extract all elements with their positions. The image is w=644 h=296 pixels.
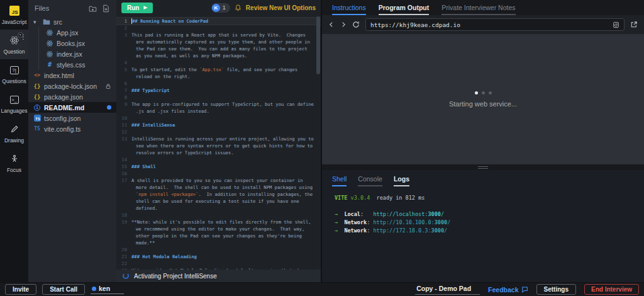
code-line: 8 bbox=[116, 94, 321, 101]
sidebar-item-label: JavaScript bbox=[2, 19, 27, 25]
code-line: 16 bbox=[116, 170, 321, 177]
code-line: 21### Hot Module Reloading bbox=[116, 253, 321, 260]
line-number: 11 bbox=[116, 122, 131, 128]
code-line: 12 bbox=[116, 128, 321, 135]
sidebar-item-languages[interactable]: >_Languages bbox=[0, 89, 28, 118]
files-header: Files bbox=[28, 0, 116, 16]
atom-icon: ? bbox=[9, 35, 20, 46]
invite-button[interactable]: Invite bbox=[5, 284, 36, 295]
line-number: 10 bbox=[116, 115, 131, 122]
sidebar-item-drawing[interactable]: Drawing bbox=[0, 118, 28, 148]
file-name: package.json bbox=[44, 93, 83, 101]
editor-toolbar: Run ▶ K 1 Review New UI Options bbox=[116, 0, 321, 15]
end-interview-button[interactable]: End Interview bbox=[584, 284, 639, 295]
left-icon-rail: JSJavaScript?⋮Question?|Questions>_Langu… bbox=[0, 0, 28, 282]
file-tree-item-src[interactable]: ▾src bbox=[28, 16, 116, 27]
file-tree-item-package-lock-json[interactable]: {}package-lock.json bbox=[28, 81, 116, 91]
line-number: 6 bbox=[116, 80, 131, 87]
bell-icon[interactable] bbox=[235, 4, 242, 11]
chat-bubble-icon bbox=[521, 286, 528, 293]
loading-text: Starting web service... bbox=[449, 100, 517, 108]
file-tree-item-index-jsx[interactable]: index.jsx bbox=[28, 48, 116, 59]
code-line: 1## Running React on CoderPad bbox=[116, 18, 321, 25]
log-line: → Network: http://10.10.100.0:3000/ bbox=[335, 219, 644, 227]
pad-title-field[interactable]: Copy - Demo Pad bbox=[415, 284, 480, 295]
kebab-menu-icon[interactable]: ⋮ bbox=[20, 34, 26, 40]
file-tree-item-styles-css[interactable]: #styles.css bbox=[28, 59, 116, 70]
react-file-icon bbox=[46, 29, 53, 37]
line-number: 9 bbox=[116, 101, 131, 115]
tab-program-output[interactable]: Program Output bbox=[379, 4, 430, 15]
reload-icon[interactable] bbox=[352, 21, 360, 28]
line-number: 5 bbox=[116, 66, 131, 80]
line-number: 15 bbox=[116, 163, 131, 170]
sidebar-item-label: Question bbox=[3, 48, 25, 55]
forward-icon[interactable] bbox=[340, 21, 347, 28]
javascript-icon: JS bbox=[9, 5, 20, 16]
file-tree-item-app-jsx[interactable]: App.jsx bbox=[28, 27, 116, 38]
user-name-field[interactable]: ken bbox=[91, 285, 124, 294]
line-number: 22 bbox=[116, 260, 131, 267]
browser-viewport: Starting web service... bbox=[322, 34, 644, 164]
line-number: 18 bbox=[116, 212, 131, 219]
file-tree-item-readme-md[interactable]: iREADME.md bbox=[28, 102, 116, 113]
presence-badge[interactable]: K 1 bbox=[211, 3, 230, 13]
tsb-file-icon: TS bbox=[33, 115, 41, 122]
file-tree-item-vite-config-ts[interactable]: TSvite.config.ts bbox=[28, 123, 116, 134]
sidebar-item-label: Questions bbox=[2, 78, 26, 84]
console-tab-bar: Shell Console Logs bbox=[322, 170, 644, 186]
tab-logs[interactable]: Logs bbox=[394, 175, 409, 186]
back-icon[interactable] bbox=[328, 21, 335, 28]
chevron-down-icon[interactable]: ▾ bbox=[33, 19, 40, 25]
tab-console[interactable]: Console bbox=[358, 175, 382, 186]
output-tab-bar: Instructions Program Output Private Inte… bbox=[322, 0, 644, 15]
loading-spinner-icon bbox=[123, 273, 129, 279]
code-line: 15### Shell bbox=[116, 163, 321, 170]
sidebar-item-javascript[interactable]: JSJavaScript bbox=[0, 0, 28, 30]
line-number: 12 bbox=[116, 128, 131, 135]
devtools-icon[interactable] bbox=[613, 21, 619, 28]
sidebar-item-question[interactable]: ?⋮Question bbox=[0, 30, 28, 59]
line-number: 14 bbox=[116, 156, 131, 163]
tab-shell[interactable]: Shell bbox=[332, 175, 347, 186]
editor-status-bar: Activating Project IntelliSense bbox=[116, 270, 321, 282]
file-tree-item-tsconfig-json[interactable]: TStsconfig.json bbox=[28, 113, 116, 123]
loading-dots bbox=[475, 91, 492, 94]
console-resize-handle[interactable] bbox=[322, 164, 644, 170]
sidebar-item-questions[interactable]: ?|Questions bbox=[0, 59, 28, 89]
url-input[interactable]: https://khj9keae.cdpad.io bbox=[365, 18, 625, 31]
settings-button[interactable]: Settings bbox=[536, 284, 576, 295]
file-name: App.jsx bbox=[57, 29, 78, 37]
review-new-ui-options-link[interactable]: Review New UI Options bbox=[246, 4, 316, 11]
file-tree-item-books-jsx[interactable]: Books.jsx bbox=[28, 38, 116, 48]
code-line: 2 bbox=[116, 25, 321, 31]
code-editor[interactable]: 1## Running React on CoderPad23This pad … bbox=[116, 15, 321, 270]
start-call-button[interactable]: Start Call bbox=[42, 284, 85, 295]
file-name: index.jsx bbox=[57, 50, 82, 58]
sidebar-item-focus[interactable]: Focus bbox=[0, 148, 28, 178]
feedback-link[interactable]: Feedback bbox=[488, 286, 528, 293]
line-number: 19 bbox=[116, 219, 131, 246]
file-name: README.md bbox=[44, 104, 84, 111]
sidebar-item-label: Languages bbox=[1, 108, 27, 114]
tab-private-interviewer-notes[interactable]: Private Interviewer Notes bbox=[441, 4, 515, 15]
new-file-icon[interactable] bbox=[102, 4, 110, 13]
files-title: Files bbox=[35, 4, 49, 12]
file-tree-item-package-json[interactable]: {}package.json bbox=[28, 91, 116, 102]
line-number: 4 bbox=[116, 59, 131, 66]
pencil-icon bbox=[9, 123, 20, 135]
new-folder-icon[interactable] bbox=[89, 4, 97, 13]
code-line: 17A shell is provided to you so you can … bbox=[116, 177, 321, 212]
file-tree-item-index-html[interactable]: <>index.html bbox=[28, 70, 116, 81]
status-text: Activating Project IntelliSense bbox=[134, 273, 217, 280]
react-file-icon bbox=[46, 40, 53, 47]
code-line: 7### TypeScript bbox=[116, 87, 321, 94]
open-external-icon[interactable] bbox=[630, 21, 638, 28]
line-number: 1 bbox=[116, 18, 131, 25]
play-icon: ▶ bbox=[143, 5, 147, 10]
editor-scrollbar[interactable] bbox=[316, 16, 320, 74]
tab-instructions[interactable]: Instructions bbox=[332, 4, 366, 15]
run-button[interactable]: Run ▶ bbox=[121, 3, 153, 13]
line-number: 13 bbox=[116, 135, 131, 156]
info-file-icon: i bbox=[33, 105, 41, 111]
